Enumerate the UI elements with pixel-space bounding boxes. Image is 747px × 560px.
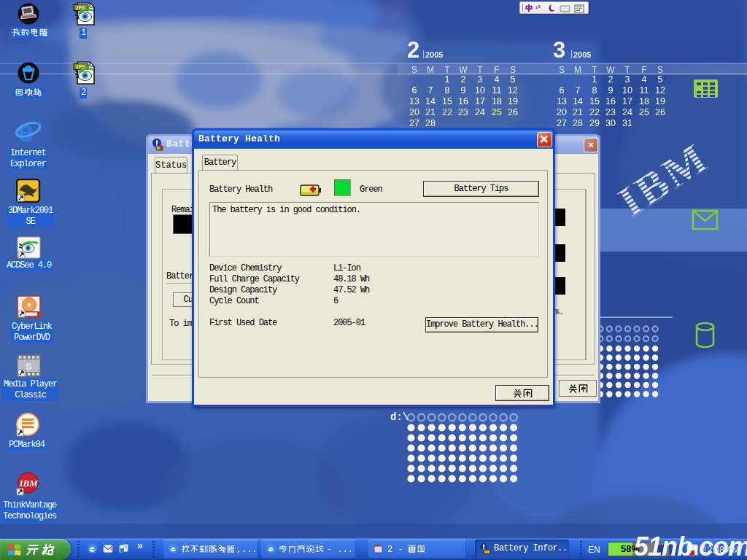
svg-text:- ...: - ... [327, 545, 353, 555]
svg-text:20212223242526: 20212223242526 [557, 107, 665, 117]
svg-text:2 -: 2 - [387, 545, 403, 555]
svg-text:S: S [26, 361, 32, 372]
svg-text:20212223242526: 20212223242526 [409, 107, 518, 117]
svg-text:2005: 2005 [573, 50, 591, 59]
svg-text:2005: 2005 [425, 50, 443, 59]
svg-text:IBM: IBM [19, 478, 39, 489]
svg-text:13141516171819: 13141516171819 [409, 96, 518, 106]
svg-text:2: 2 [407, 37, 419, 63]
svg-text:¹°: ¹° [535, 4, 541, 12]
svg-text:3: 3 [553, 37, 565, 63]
svg-text:,...: ,... [236, 545, 258, 555]
svg-text:d:\: d:\ [390, 411, 409, 423]
svg-text:13141516171819: 13141516171819 [557, 96, 665, 106]
